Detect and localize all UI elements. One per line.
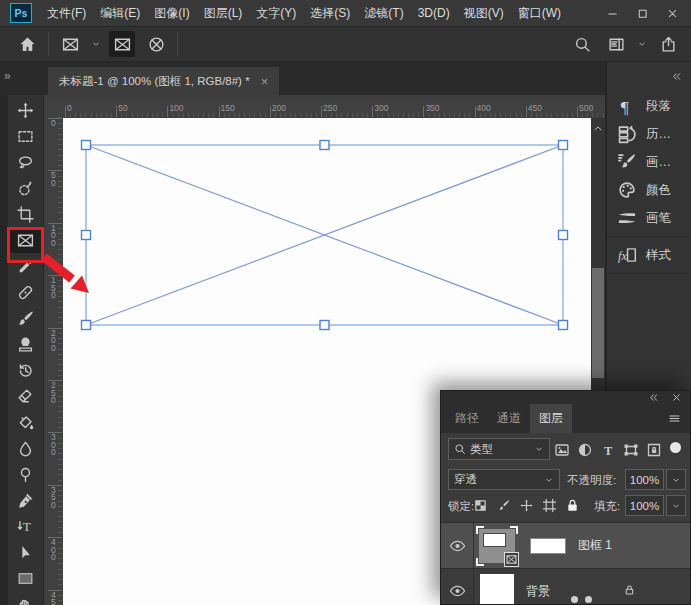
share-button[interactable] [655, 31, 681, 57]
tab-overflow-icon[interactable]: » [4, 69, 9, 83]
ruler-label: 150 [221, 103, 235, 113]
layer-filter-type-select[interactable]: 类型 [448, 438, 550, 460]
menu-item-5[interactable]: 选择(S) [303, 0, 357, 26]
scrollbar-thumb[interactable] [592, 268, 604, 378]
dock-panel-color[interactable]: 颜色 [607, 176, 691, 204]
lock-checkerboard-icon[interactable] [473, 498, 488, 513]
history-icon [617, 124, 637, 144]
background-layer-thumbnail[interactable] [480, 574, 514, 604]
frame-layer-thumbnail[interactable] [479, 529, 515, 563]
window-minimize-button[interactable] [597, 0, 627, 26]
search-button[interactable] [569, 31, 595, 57]
chevron-down-icon[interactable] [637, 39, 647, 49]
dock-panel-styles[interactable]: fx样式 [607, 241, 691, 269]
circle-frame-mode-button[interactable] [143, 31, 169, 57]
annotation-arrow-icon [40, 252, 95, 300]
menu-item-9[interactable]: 窗口(W) [511, 0, 568, 26]
minimize-icon [606, 7, 619, 20]
tool-paint-bucket[interactable] [8, 409, 43, 435]
ruler-label: 4 0 0 [51, 539, 56, 562]
menu-item-1[interactable]: 编辑(E) [93, 0, 147, 26]
tool-quick-selection[interactable] [8, 175, 43, 201]
dock-panel-paragraph[interactable]: ¶段落 [607, 92, 691, 120]
frame-content-thumbnail[interactable] [530, 538, 566, 554]
tool-crop[interactable] [8, 201, 43, 227]
scroll-up-icon[interactable] [592, 122, 604, 134]
vertical-ruler[interactable]: 05 01 0 01 5 02 0 02 5 03 0 03 5 04 0 04… [48, 117, 62, 605]
menu-item-7[interactable]: 3D(D) [411, 0, 457, 26]
tool-highlight-box [7, 227, 44, 263]
tool-dodge[interactable] [8, 461, 43, 487]
tool-rectangle-shape[interactable] [8, 565, 43, 591]
tab-layers[interactable]: 图层 [530, 404, 572, 433]
document-tab[interactable]: 未标题-1 @ 100% (图框 1, RGB/8#) * × [48, 67, 279, 95]
window-maximize-button[interactable] [627, 0, 657, 26]
dock-panel-brush-settings[interactable]: 画… [607, 148, 691, 176]
marquee-icon [17, 128, 34, 145]
layer-row-background[interactable]: 背景 [441, 568, 690, 604]
tool-pen[interactable] [8, 487, 43, 513]
menu-item-3[interactable]: 图层(L) [197, 0, 250, 26]
opacity-value[interactable]: 100% [625, 469, 664, 490]
quick-selection-icon [17, 180, 34, 197]
tool-move[interactable] [8, 97, 43, 123]
tool-lasso[interactable] [8, 149, 43, 175]
tool-type[interactable]: T [8, 513, 43, 539]
dock-panel-history[interactable]: 历… [607, 120, 691, 148]
layer-filter-pixel-filter-icon[interactable] [554, 442, 570, 458]
ruler-label: 250 [323, 103, 337, 113]
menu-item-4[interactable]: 文字(Y) [249, 0, 303, 26]
layer-row-frame[interactable]: 图框 1 [441, 523, 690, 568]
layer-filter-shape-filter-icon[interactable] [623, 442, 639, 458]
blend-mode-value: 穿透 [454, 472, 540, 487]
tool-spot-healing[interactable] [8, 279, 43, 305]
tool-path-selection[interactable] [8, 539, 43, 565]
layer-filter-toggle[interactable] [670, 442, 681, 453]
rect-frame-mode-button[interactable] [109, 31, 135, 57]
layer-visibility-cell [441, 569, 474, 604]
lock-artboard-icon[interactable] [542, 498, 557, 513]
tool-rectangular-marquee[interactable] [8, 123, 43, 149]
frame-tool-preset[interactable] [57, 31, 83, 57]
fill-dropdown-button[interactable] [666, 495, 686, 516]
tool-clone-stamp[interactable] [8, 331, 43, 357]
horizontal-ruler[interactable]: 050100150200250300350400450500 [48, 100, 605, 117]
home-button[interactable] [14, 31, 40, 57]
eye-icon[interactable] [449, 540, 466, 552]
menu-item-8[interactable]: 视图(V) [457, 0, 511, 26]
tool-eraser[interactable] [8, 383, 43, 409]
menu-item-2[interactable]: 图像(I) [147, 0, 196, 26]
chevron-down-icon[interactable] [91, 39, 101, 49]
dock-panel-brushes[interactable]: 画笔 [607, 204, 691, 232]
tab-channels[interactable]: 通道 [488, 404, 530, 433]
ruler-label: 400 [477, 103, 491, 113]
layer-filter-adjust-filter-icon[interactable] [577, 442, 593, 458]
pen-icon [17, 492, 34, 509]
lock-lock-icon[interactable] [565, 498, 580, 513]
fill-value[interactable]: 100% [625, 495, 664, 516]
link-layers-icon[interactable] [571, 596, 592, 603]
layer-filter-smart-filter-icon[interactable] [646, 442, 662, 458]
menu-item-0[interactable]: 文件(F) [40, 0, 93, 26]
panel-collapse-button[interactable] [648, 392, 660, 403]
tool-hand[interactable] [8, 591, 43, 605]
tool-history-brush[interactable] [8, 357, 43, 383]
hamburger-icon [667, 412, 682, 425]
panel-menu-button[interactable] [667, 412, 682, 425]
tab-close-icon[interactable]: × [261, 74, 269, 89]
window-close-button[interactable] [657, 0, 687, 26]
workspace-switcher[interactable] [603, 31, 629, 57]
eye-icon[interactable] [449, 585, 466, 597]
lock-move-lock-icon[interactable] [519, 498, 534, 513]
blend-mode-select[interactable]: 穿透 [448, 469, 560, 490]
tool-brush[interactable] [8, 305, 43, 331]
opacity-dropdown-button[interactable] [666, 469, 686, 490]
ruler-label: 0 [67, 103, 72, 113]
tool-blur[interactable] [8, 435, 43, 461]
lock-brush-lock-icon[interactable] [496, 498, 511, 513]
collapse-panels-button[interactable] [671, 71, 684, 82]
panel-close-button[interactable] [671, 392, 683, 403]
layer-filter-type-filter-icon[interactable]: T [600, 442, 616, 458]
menu-item-6[interactable]: 滤镜(T) [357, 0, 410, 26]
tab-paths[interactable]: 路径 [446, 404, 488, 433]
